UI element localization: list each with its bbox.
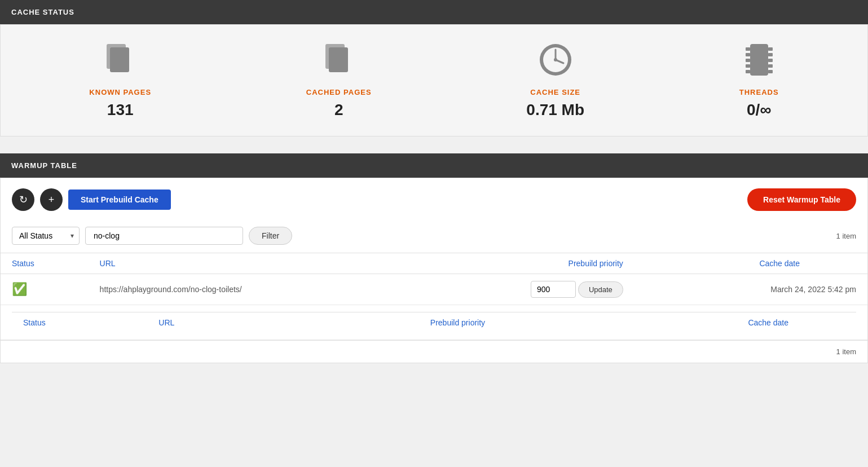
cache-size-icon: [537, 42, 574, 83]
svg-point-8: [554, 58, 557, 61]
filter-left: All Status Cached Not Cached ▾ Filter: [12, 227, 292, 245]
stat-threads: THREADS 0/∞: [739, 42, 779, 119]
row-priority: Update: [410, 274, 635, 305]
update-button[interactable]: Update: [578, 281, 623, 298]
known-pages-value: 131: [107, 101, 134, 119]
svg-rect-18: [768, 64, 773, 68]
col-header-status: Status: [1, 253, 89, 274]
known-pages-label: KNOWN PAGES: [89, 88, 151, 96]
warmup-toolbar: ↻ + Start Prebuild Cache Reset Warmup Ta…: [1, 178, 867, 221]
cache-size-value: 0.71 Mb: [526, 101, 584, 119]
start-prebuild-button[interactable]: Start Prebuild Cache: [68, 190, 171, 210]
svg-rect-16: [768, 53, 773, 56]
row-url: https://ahplayground.com/no-clog-toilets…: [89, 274, 410, 305]
plus-icon: +: [49, 194, 55, 206]
status-select[interactable]: All Status Cached Not Cached: [12, 227, 80, 245]
threads-label: THREADS: [739, 88, 779, 96]
filter-row: All Status Cached Not Cached ▾ Filter 1 …: [1, 221, 867, 253]
item-count-top: 1 item: [836, 232, 856, 240]
table-header-row: Status URL Prebuild priority Cache date: [1, 253, 867, 274]
reset-warmup-button[interactable]: Reset Warmup Table: [747, 188, 856, 211]
refresh-button[interactable]: ↻: [12, 188, 34, 211]
table-row: ✅ https://ahplayground.com/no-clog-toile…: [1, 274, 867, 305]
footer-col-cachedate: Cache date: [496, 312, 856, 333]
svg-rect-3: [329, 47, 348, 72]
svg-rect-15: [768, 47, 773, 51]
svg-rect-9: [750, 44, 768, 76]
footer-col-status: Status: [12, 312, 147, 333]
stat-cache-size: CACHE SIZE 0.71 Mb: [526, 42, 584, 119]
svg-rect-11: [746, 53, 750, 56]
cache-size-label: CACHE SIZE: [530, 88, 580, 96]
svg-rect-17: [768, 59, 773, 62]
url-link[interactable]: https://ahplayground.com/no-clog-toilets…: [100, 285, 242, 294]
svg-rect-13: [746, 64, 750, 68]
table-footer-row: Status URL Prebuild priority Cache date: [1, 305, 867, 340]
threads-value: 0/∞: [747, 101, 771, 119]
col-header-cache-date: Cache date: [635, 253, 867, 274]
warmup-table-title: WARMUP TABLE: [11, 161, 77, 170]
col-header-url: URL: [89, 253, 410, 274]
stat-known-pages: KNOWN PAGES 131: [89, 42, 151, 119]
cache-status-header: CACHE STATUS: [0, 0, 868, 24]
cached-pages-value: 2: [334, 101, 343, 119]
cache-status-body: KNOWN PAGES 131 CACHED PAGES 2: [0, 24, 868, 136]
footer-header-row: Status URL Prebuild priority Cache date: [12, 312, 856, 333]
cache-status-section: CACHE STATUS KNOWN PAGES 131 CACHED PAGE…: [0, 0, 868, 136]
refresh-icon: ↻: [19, 193, 28, 206]
cache-status-title: CACHE STATUS: [11, 8, 74, 16]
priority-input[interactable]: [531, 281, 576, 298]
status-select-wrapper: All Status Cached Not Cached ▾: [12, 227, 80, 245]
cached-pages-icon: [321, 42, 357, 83]
col-header-prebuild-priority: Prebuild priority: [410, 253, 635, 274]
cached-pages-label: CACHED PAGES: [306, 88, 372, 96]
item-count-bottom: 1 item: [836, 347, 856, 356]
warmup-table-section: WARMUP TABLE ↻ + Start Prebuild Cache Re…: [0, 153, 868, 363]
search-input[interactable]: [85, 227, 243, 245]
row-cache-date: March 24, 2022 5:42 pm: [635, 274, 867, 305]
warmup-table-body: ↻ + Start Prebuild Cache Reset Warmup Ta…: [0, 178, 868, 363]
svg-rect-12: [746, 59, 750, 62]
stat-cached-pages: CACHED PAGES 2: [306, 42, 372, 119]
toolbar-left: ↻ + Start Prebuild Cache: [12, 188, 171, 211]
svg-rect-19: [768, 70, 773, 73]
warmup-data-table: Status URL Prebuild priority Cache date: [1, 253, 867, 340]
footer-col-prebuild: Prebuild priority: [263, 312, 496, 333]
footer-header-table: Status URL Prebuild priority Cache date: [12, 312, 856, 333]
status-cached-icon: ✅: [12, 282, 27, 296]
known-pages-icon: [102, 42, 138, 83]
add-button[interactable]: +: [40, 188, 63, 211]
svg-rect-10: [746, 47, 750, 51]
col-header-status-2: Status URL Prebuild priority Cache date: [1, 305, 867, 340]
warmup-table-header: WARMUP TABLE: [0, 153, 868, 178]
row-status: ✅: [1, 274, 89, 305]
footer-col-url: URL: [147, 312, 263, 333]
table-footer: 1 item: [1, 340, 867, 363]
filter-button[interactable]: Filter: [249, 227, 292, 245]
svg-rect-14: [746, 70, 750, 73]
svg-rect-1: [110, 47, 129, 72]
threads-icon: [741, 42, 777, 83]
